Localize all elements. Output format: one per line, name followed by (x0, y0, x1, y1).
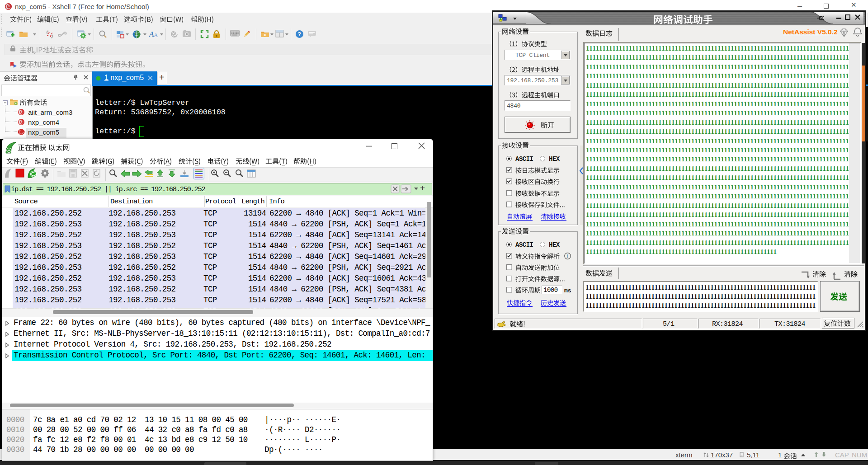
svg-text:A: A (154, 32, 158, 38)
svg-text:?: ? (298, 31, 301, 38)
svg-text:i: i (567, 254, 568, 258)
